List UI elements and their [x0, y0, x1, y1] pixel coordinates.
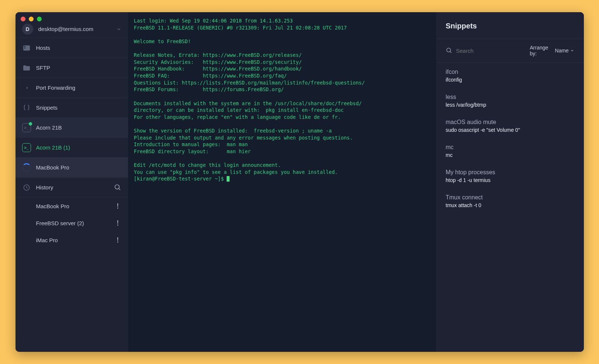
- snippet-item[interactable]: Tmux connect tmux attach -t 0: [436, 188, 584, 213]
- snippet-cmd: sudo osascript -e "set Volume 0": [446, 127, 574, 133]
- search-icon[interactable]: [114, 184, 121, 191]
- snippet-search-input[interactable]: [456, 48, 526, 54]
- snippet-name: less: [446, 94, 574, 100]
- nav-history[interactable]: History: [16, 178, 128, 198]
- app-window: D desktop@termius.com Hosts SFTP Port Fo…: [16, 12, 584, 352]
- snippet-name: ifcon: [446, 69, 574, 75]
- terminal-pane[interactable]: Last login: Wed Sep 19 02:44:06 2018 fro…: [128, 12, 436, 352]
- snippet-item[interactable]: My htop processes htop -d 1 -u termius: [436, 163, 584, 188]
- nav-sftp[interactable]: SFTP: [16, 58, 128, 78]
- terminal-output: Last login: Wed Sep 19 02:44:06 2018 fro…: [134, 18, 365, 175]
- panel-title: Snippets: [436, 12, 584, 39]
- history-item[interactable]: iMac Pro !: [16, 231, 128, 248]
- snippet-cmd: tmux attach -t 0: [446, 202, 574, 208]
- arrange-label: Arrange by:: [530, 45, 554, 56]
- loading-spinner-icon: [22, 163, 31, 172]
- terminal-icon: >_: [22, 143, 31, 152]
- terminal-prompt: [kiran@FreeBSD-test-server ~]$: [134, 176, 227, 182]
- cursor-icon: [227, 176, 230, 182]
- arrange-value: Name: [555, 48, 569, 54]
- snippet-name: mc: [446, 144, 574, 151]
- panel-filter-row: Arrange by: Name: [436, 39, 584, 63]
- close-icon[interactable]: [21, 17, 25, 21]
- nav-label: Hosts: [36, 45, 50, 51]
- snippet-name: Tmux connect: [446, 194, 574, 201]
- nav-port-forwarding[interactable]: Port Forwarding: [16, 78, 128, 98]
- snippet-item[interactable]: ifcon ifconfig: [436, 63, 584, 88]
- svg-rect-1: [24, 46, 25, 47]
- alert-icon: !: [117, 219, 119, 227]
- alert-icon: !: [117, 236, 119, 244]
- history-item-label: MacBook Pro: [36, 203, 69, 209]
- snippet-cmd: mc: [446, 152, 574, 158]
- history-item-label: iMac Pro: [36, 237, 58, 243]
- session-acorn-21b-1[interactable]: >_ Acorn 21B (1): [16, 138, 128, 158]
- forward-icon: [22, 83, 31, 92]
- window-controls: [21, 17, 42, 21]
- folder-icon: [22, 63, 31, 72]
- history-icon: [22, 183, 31, 192]
- nav-snippets[interactable]: Snippets: [16, 98, 128, 118]
- session-macbook-pro[interactable]: MacBook Pro: [16, 158, 128, 178]
- history-label: History: [36, 184, 54, 190]
- snippets-panel: Snippets Arrange by: Name ifcon ifconfig…: [436, 12, 584, 352]
- hosts-icon: [22, 44, 31, 52]
- maximize-icon[interactable]: [37, 17, 42, 21]
- alert-icon: !: [117, 202, 119, 210]
- arrange-by-dropdown[interactable]: Arrange by: Name: [530, 45, 574, 56]
- session-label: Acorn 21B (1): [36, 144, 70, 151]
- nav-label: Port Forwarding: [36, 85, 76, 91]
- account-row[interactable]: D desktop@termius.com: [16, 12, 128, 38]
- session-label: MacBook Pro: [36, 164, 69, 171]
- minimize-icon[interactable]: [29, 17, 34, 21]
- nav-label: Snippets: [36, 104, 58, 111]
- snippet-name: My htop processes: [446, 169, 574, 176]
- snippet-cmd: ifconfig: [446, 77, 574, 83]
- svg-point-4: [115, 185, 119, 189]
- svg-line-7: [450, 51, 451, 53]
- terminal-icon: >_: [22, 123, 31, 132]
- nav-hosts[interactable]: Hosts: [16, 38, 128, 58]
- snippet-cmd: less /var/log/btmp: [446, 102, 574, 108]
- session-label: Acorn 21B: [36, 124, 62, 131]
- chevron-down-icon: [116, 27, 121, 32]
- snippet-cmd: htop -d 1 -u termius: [446, 177, 574, 183]
- chevron-down-icon: [570, 48, 574, 53]
- snippet-item[interactable]: less less /var/log/btmp: [436, 88, 584, 113]
- sidebar: D desktop@termius.com Hosts SFTP Port Fo…: [16, 12, 128, 352]
- snippet-name: macOS audio mute: [446, 119, 574, 126]
- snippet-item[interactable]: macOS audio mute sudo osascript -e "set …: [436, 113, 584, 138]
- svg-rect-2: [24, 48, 25, 48]
- nav-label: SFTP: [36, 65, 50, 71]
- session-acorn-21b[interactable]: >_ Acorn 21B: [16, 118, 128, 138]
- braces-icon: [22, 103, 31, 112]
- search-icon: [446, 47, 452, 54]
- history-item-label: FreeBSD server (2): [36, 220, 84, 226]
- avatar: D: [22, 24, 33, 35]
- svg-line-5: [118, 188, 120, 190]
- svg-point-6: [447, 48, 451, 52]
- account-email: desktop@termius.com: [38, 26, 93, 32]
- history-item[interactable]: FreeBSD server (2) !: [16, 214, 128, 231]
- snippet-item[interactable]: mc mc: [436, 138, 584, 163]
- history-item[interactable]: MacBook Pro !: [16, 198, 128, 214]
